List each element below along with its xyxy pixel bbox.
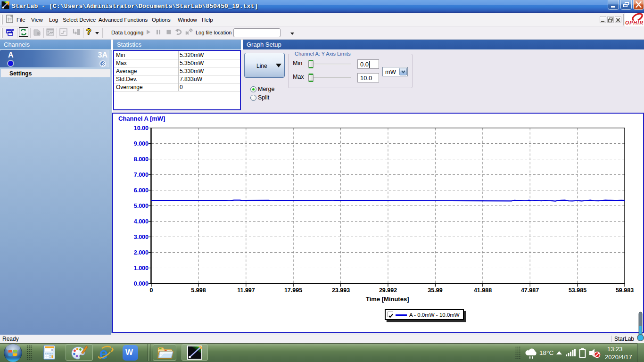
svg-text:OPHIR: OPHIR: [625, 20, 643, 25]
svg-text:0: 0: [51, 348, 53, 352]
